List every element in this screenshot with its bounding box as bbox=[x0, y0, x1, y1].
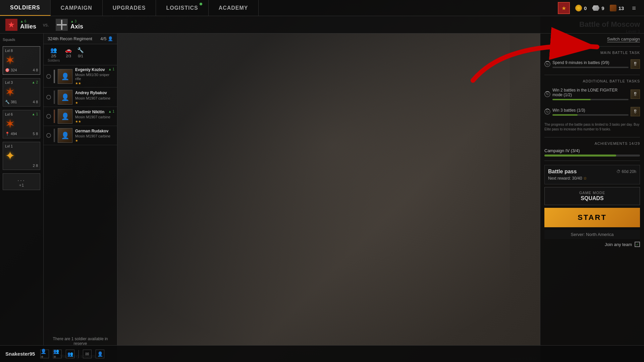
task-2-progress-fill bbox=[552, 99, 591, 100]
squad-2-soldiers: 4 8 bbox=[33, 100, 38, 104]
squad-3-soldiers: 5 8 bbox=[33, 132, 38, 136]
soldier-item-1[interactable]: 👤 Evgeniy Kozlov ▲ 1 Mosin M91/30 sniper… bbox=[44, 65, 117, 87]
weapons-stat-icon: 🔧 bbox=[77, 47, 84, 53]
soldier-item-4[interactable]: 👤 German Rudakov Mosin M1907 carbine ★ bbox=[44, 126, 117, 145]
squad-1-soldiers: 4 8 bbox=[33, 68, 38, 72]
squad-3-badge: ▲ 1 bbox=[32, 112, 38, 117]
soldier-item-2[interactable]: 👤 Andrey Rybakov Mosin M1907 carbine ★ bbox=[44, 87, 117, 107]
axis-cross-icon bbox=[56, 19, 68, 31]
soldier-4-indicator bbox=[54, 129, 55, 142]
join-team-label: Join any team bbox=[605, 242, 632, 247]
currency-gold[interactable]: 0 bbox=[575, 5, 587, 11]
tab-campaign[interactable]: Campaign bbox=[51, 0, 103, 16]
battle-pass-limit-text: The progress of the battle pass is limit… bbox=[544, 121, 640, 133]
soldier-1-info: Evgeniy Kozlov ▲ 1 Mosin M91/30 sniper r… bbox=[75, 67, 114, 85]
switch-campaign-button[interactable]: Switch campaign bbox=[607, 37, 640, 42]
squad-4-level: Lvl 1 bbox=[5, 144, 38, 148]
profile-icon[interactable]: 👤 bbox=[96, 350, 104, 358]
soldier-3-select-radio[interactable] bbox=[46, 114, 51, 119]
squad-card-1[interactable]: Lvl 8 ✶ 🎯 324 4 8 bbox=[3, 46, 40, 75]
currency-tokens[interactable]: 13 bbox=[610, 5, 624, 11]
squad-card-3[interactable]: Lvl 6 ▲ 1 ✶ 📍 494 5 8 bbox=[3, 110, 40, 138]
main-task-refresh-icon: ↻ bbox=[544, 61, 550, 67]
tab-logistics[interactable]: Logistics bbox=[156, 0, 208, 16]
bottom-bar: Snakester95 👤+ 👥+ 👥 ✉ 👤 bbox=[0, 345, 644, 362]
person-icon: 👤 bbox=[108, 36, 113, 41]
soldier-2-select-radio[interactable] bbox=[46, 95, 51, 100]
join-team-checkbox[interactable]: ✓ bbox=[635, 242, 640, 247]
task-3-text: Win 3 battles (1/3) bbox=[552, 108, 629, 113]
more-squads-card[interactable]: ... +1 bbox=[3, 173, 40, 190]
tab-upgrades[interactable]: Upgrades bbox=[103, 0, 156, 16]
squad-2-badge: ▲ 2 bbox=[32, 80, 38, 85]
soldier-1-stars: ★★ bbox=[75, 81, 114, 85]
task-2-reward-icon: 🎖 bbox=[631, 89, 640, 99]
allies-star-icon: ★ bbox=[5, 19, 17, 31]
soldier-1-level: ▲ 1 bbox=[108, 67, 114, 72]
squad-4-star-icon: ✦ bbox=[5, 149, 15, 163]
game-mode-label: Game mode bbox=[548, 191, 636, 195]
regiment-name: 324th Recon Regiment bbox=[48, 36, 92, 41]
add-group-icon[interactable]: 👥+ bbox=[53, 350, 62, 358]
squad-card-2[interactable]: Lvl 3 ▲ 2 ✶ 🔧 381 4 8 bbox=[3, 78, 40, 107]
squad-1-score: 🎯 324 bbox=[5, 68, 17, 72]
soldier-2-indicator bbox=[54, 90, 55, 104]
soldiers-stat-icon: 👥 bbox=[50, 47, 57, 53]
soldier-3-avatar: 👤 bbox=[58, 109, 72, 124]
join-team-row: Join any team ✓ bbox=[544, 242, 640, 247]
soldier-2-info: Andrey Rybakov Mosin M1907 carbine ★ bbox=[75, 89, 114, 105]
squads-sidebar: Squads Lvl 8 ✶ 🎯 324 4 8 Lvl 3 ▲ 2 ✶ 🔧 3… bbox=[0, 34, 44, 362]
regiment-capacity: 4/5 👤 bbox=[100, 36, 113, 41]
squad-3-level: Lvl 6 bbox=[5, 112, 13, 116]
soldier-4-weapon: Mosin M1907 carbine bbox=[75, 134, 114, 138]
mail-icon[interactable]: ✉ bbox=[83, 350, 92, 358]
divider-4 bbox=[544, 161, 640, 161]
task-3-item: ↻ Win 3 battles (1/3) 🎖 bbox=[544, 105, 640, 118]
right-panel: Battle of Moscow Level 3 Switch campaign… bbox=[540, 16, 644, 362]
currency-silver[interactable]: 9 bbox=[592, 5, 604, 11]
add-friend-icon[interactable]: 👤+ bbox=[40, 350, 49, 358]
tab-soldiers[interactable]: Soldiers bbox=[0, 0, 51, 16]
main-task-item: ↻ Spend 9 minutes in battles (0/9) 🎖 bbox=[544, 57, 640, 71]
squad-1-level: Lvl 8 bbox=[5, 49, 38, 53]
top-right-currency-bar: ★ 0 9 13 ≡ bbox=[552, 0, 644, 16]
squad-2-score: 🔧 381 bbox=[5, 100, 17, 104]
squad-4-stats: 2 8 bbox=[5, 164, 38, 168]
top-navigation: Soldiers Campaign Upgrades Logistics Aca… bbox=[0, 0, 644, 16]
soldier-4-select-radio[interactable] bbox=[46, 133, 51, 138]
bp-reward: Next reward: 30/40 ☆ bbox=[548, 176, 636, 181]
soldier-4-name: German Rudakov bbox=[75, 129, 108, 133]
additional-tasks-header: ADDITIONAL BATTLE TASKS bbox=[544, 79, 640, 83]
stat-soldiers: 👥 2/5 Soldiers bbox=[48, 47, 60, 62]
faction-allies: ★ ▲ 6 Allies bbox=[5, 19, 36, 31]
logistics-notification-dot bbox=[200, 3, 202, 5]
menu-icon[interactable]: ≡ bbox=[629, 4, 639, 12]
soldier-2-stars: ★ bbox=[75, 101, 114, 105]
start-button[interactable]: START bbox=[544, 208, 640, 227]
soldier-1-select-radio[interactable] bbox=[46, 74, 51, 79]
game-mode-section[interactable]: Game mode SQUADS bbox=[544, 187, 640, 205]
achievement-1-text: Campaign IV (3/4) bbox=[544, 148, 640, 153]
main-task-progress-bar bbox=[552, 67, 629, 68]
silver-icon bbox=[592, 5, 599, 11]
achievement-1-progress-bar bbox=[544, 155, 640, 157]
soldier-3-indicator bbox=[54, 110, 55, 123]
squad-card-4[interactable]: Lvl 1 ✦ 2 8 bbox=[3, 142, 40, 170]
soldiers-label: Soldiers bbox=[48, 59, 60, 62]
faction-axis: ▲ 3 Axis bbox=[56, 19, 83, 31]
squad-3-stats: 📍 494 5 8 bbox=[5, 132, 38, 136]
soldier-1-weapon: Mosin M91/30 sniper rifle bbox=[75, 73, 114, 81]
tab-academy[interactable]: Academy bbox=[209, 0, 259, 16]
rank-badge: ★ bbox=[558, 2, 570, 14]
soldier-4-avatar: 👤 bbox=[58, 128, 72, 143]
soldier-4-stars: ★ bbox=[75, 139, 114, 142]
faction-bar: ★ ▲ 6 Allies vs. ▲ 3 Axis bbox=[0, 16, 644, 34]
stat-vehicles: 🚗 2/3 bbox=[65, 47, 72, 62]
achievement-1: Campaign IV (3/4) bbox=[544, 148, 640, 157]
regiment-header: 324th Recon Regiment 4/5 👤 bbox=[44, 34, 117, 44]
nav-tabs-container: Soldiers Campaign Upgrades Logistics Aca… bbox=[0, 0, 259, 16]
soldier-item-3[interactable]: 👤 Vladimir Nikitin ▲ 1 Mosin M1907 carbi… bbox=[44, 107, 117, 126]
task-3-refresh-icon: ↻ bbox=[544, 109, 550, 115]
task-2-text: Win 2 battles in the LONE FIGHTER mode (… bbox=[552, 88, 629, 97]
people-icon[interactable]: 👥 bbox=[66, 350, 74, 358]
